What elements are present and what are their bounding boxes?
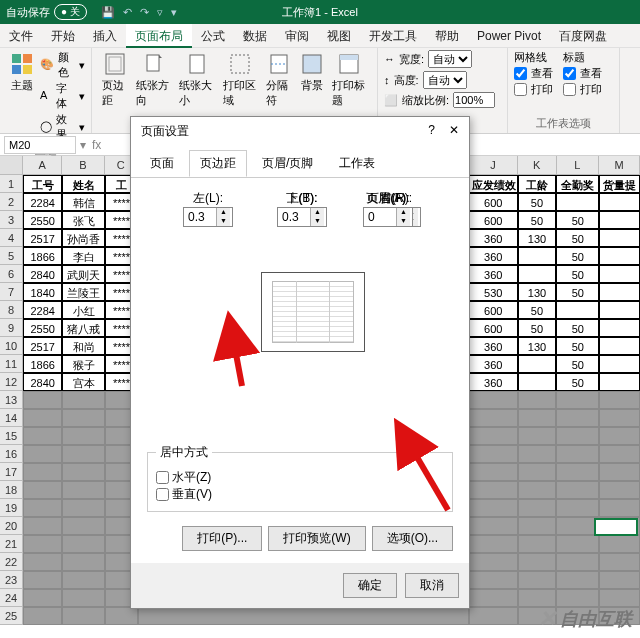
cell[interactable] [518, 517, 557, 535]
cell[interactable] [556, 589, 599, 607]
cell[interactable] [599, 553, 640, 571]
row-header[interactable]: 24 [0, 589, 23, 607]
col-header-K[interactable]: K [518, 156, 557, 174]
cell[interactable] [23, 481, 62, 499]
cell[interactable] [469, 589, 518, 607]
row-header[interactable]: 13 [0, 391, 23, 409]
menu-页面布局[interactable]: 页面布局 [126, 24, 192, 48]
cell[interactable] [599, 391, 640, 409]
save-icon[interactable]: 💾 [101, 6, 115, 19]
col-header-L[interactable]: L [557, 156, 600, 174]
cell[interactable]: 1840 [23, 283, 62, 301]
cell[interactable] [599, 589, 640, 607]
cell[interactable]: 2550 [23, 319, 62, 337]
cell[interactable]: 130 [518, 283, 557, 301]
cell[interactable]: 宫本 [62, 373, 105, 391]
cell[interactable] [599, 211, 640, 229]
menu-Power Pivot[interactable]: Power Pivot [468, 24, 550, 48]
menu-开发工具[interactable]: 开发工具 [360, 24, 426, 48]
row-header[interactable]: 21 [0, 535, 23, 553]
print-button[interactable]: 打印(P)... [182, 526, 262, 551]
margins-button[interactable]: 页边距 [98, 50, 132, 110]
row-header[interactable]: 18 [0, 481, 23, 499]
menu-帮助[interactable]: 帮助 [426, 24, 468, 48]
cell[interactable] [469, 607, 518, 625]
cell[interactable]: 50 [556, 283, 599, 301]
left-margin-spinner[interactable]: ▲▼ [183, 207, 233, 227]
row-header[interactable]: 25 [0, 607, 23, 625]
menu-文件[interactable]: 文件 [0, 24, 42, 48]
colors-button[interactable]: 🎨颜色▾ [40, 50, 85, 80]
cell[interactable]: 2840 [23, 265, 62, 283]
cell[interactable] [62, 589, 105, 607]
cell[interactable] [599, 445, 640, 463]
cell[interactable]: 600 [469, 211, 518, 229]
cell[interactable] [518, 499, 557, 517]
cell[interactable] [518, 247, 557, 265]
menu-百度网盘[interactable]: 百度网盘 [550, 24, 616, 48]
cell[interactable] [518, 535, 557, 553]
cell[interactable] [599, 373, 640, 391]
dialog-tab-1[interactable]: 页边距 [189, 150, 247, 177]
cell[interactable] [62, 517, 105, 535]
cell[interactable] [469, 409, 518, 427]
row-header[interactable]: 23 [0, 571, 23, 589]
cell[interactable]: 2517 [23, 337, 62, 355]
cell[interactable]: 50 [556, 265, 599, 283]
cell[interactable]: 50 [518, 193, 557, 211]
col-header-M[interactable]: M [599, 156, 640, 174]
row-header[interactable]: 15 [0, 427, 23, 445]
cell[interactable] [62, 463, 105, 481]
orientation-button[interactable]: 纸张方向 [132, 50, 175, 110]
cell[interactable] [556, 463, 599, 481]
cell[interactable]: 600 [469, 319, 518, 337]
cell[interactable] [556, 499, 599, 517]
row-header[interactable]: 6 [0, 265, 23, 283]
cell[interactable]: 50 [518, 211, 557, 229]
filter-icon[interactable]: ▿ [157, 6, 163, 19]
cell[interactable]: 50 [556, 337, 599, 355]
cell[interactable] [23, 391, 62, 409]
cell[interactable] [62, 409, 105, 427]
cell[interactable] [23, 535, 62, 553]
cell[interactable]: 猪八戒 [62, 319, 105, 337]
cell[interactable]: 张飞 [62, 211, 105, 229]
cell[interactable] [469, 571, 518, 589]
menu-插入[interactable]: 插入 [84, 24, 126, 48]
cell[interactable] [599, 319, 640, 337]
cell[interactable]: 130 [518, 229, 557, 247]
cell[interactable] [556, 301, 599, 319]
cell[interactable]: 武则天 [62, 265, 105, 283]
cell[interactable]: 应发绩效 [469, 175, 518, 193]
cell[interactable]: 工龄 [518, 175, 557, 193]
cell[interactable] [556, 193, 599, 211]
row-header[interactable]: 14 [0, 409, 23, 427]
cell[interactable] [599, 283, 640, 301]
cell[interactable] [469, 499, 518, 517]
cell[interactable]: 50 [556, 229, 599, 247]
themes-button[interactable]: 主题 [6, 50, 38, 95]
row-header[interactable]: 9 [0, 319, 23, 337]
cell[interactable]: 50 [556, 211, 599, 229]
ok-button[interactable]: 确定 [343, 573, 397, 598]
cell[interactable] [599, 301, 640, 319]
cell[interactable] [469, 427, 518, 445]
cell[interactable] [556, 391, 599, 409]
cell[interactable] [518, 445, 557, 463]
cell[interactable]: 韩信 [62, 193, 105, 211]
col-header-A[interactable]: A [23, 156, 62, 174]
cell[interactable]: 360 [469, 265, 518, 283]
cell[interactable]: 130 [518, 337, 557, 355]
cell[interactable]: 1866 [23, 247, 62, 265]
redo-icon[interactable]: ↷ [140, 6, 149, 19]
cell[interactable]: 1866 [23, 355, 62, 373]
cell[interactable] [62, 499, 105, 517]
menu-数据[interactable]: 数据 [234, 24, 276, 48]
cell[interactable] [105, 607, 138, 625]
cell[interactable]: 姓名 [62, 175, 105, 193]
row-header[interactable]: 19 [0, 499, 23, 517]
undo-icon[interactable]: ↶ [123, 6, 132, 19]
cell[interactable] [23, 427, 62, 445]
row-header[interactable]: 3 [0, 211, 23, 229]
dialog-help-icon[interactable]: ? [428, 123, 435, 140]
